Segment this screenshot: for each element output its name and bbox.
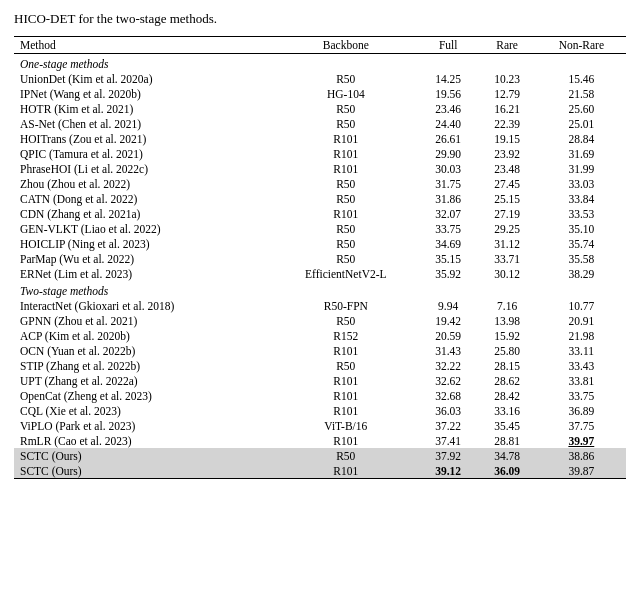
col-method: Method bbox=[14, 37, 273, 54]
cell-nonrare: 33.43 bbox=[537, 358, 626, 373]
cell-full: 37.22 bbox=[419, 418, 478, 433]
cell-backbone: R101 bbox=[273, 403, 419, 418]
cell-rare: 34.78 bbox=[478, 448, 537, 463]
cell-full: 26.61 bbox=[419, 131, 478, 146]
cell-nonrare: 31.99 bbox=[537, 161, 626, 176]
table-row: IPNet (Wang et al. 2020b)HG-10419.5612.7… bbox=[14, 86, 626, 101]
cell-rare: 36.09 bbox=[478, 463, 537, 479]
cell-backbone: R101 bbox=[273, 146, 419, 161]
cell-method: Zhou (Zhou et al. 2022) bbox=[14, 176, 273, 191]
table-row: SCTC (Ours)R5037.9234.7838.86 bbox=[14, 448, 626, 463]
cell-nonrare: 35.58 bbox=[537, 251, 626, 266]
cell-rare: 12.79 bbox=[478, 86, 537, 101]
cell-full: 36.03 bbox=[419, 403, 478, 418]
cell-method: AS-Net (Chen et al. 2021) bbox=[14, 116, 273, 131]
cell-backbone: R50 bbox=[273, 176, 419, 191]
section-label: Two-stage methods bbox=[14, 281, 626, 298]
table-row: SCTC (Ours)R10139.1236.0939.87 bbox=[14, 463, 626, 479]
cell-nonrare: 28.84 bbox=[537, 131, 626, 146]
cell-backbone: R152 bbox=[273, 328, 419, 343]
cell-backbone: R101 bbox=[273, 206, 419, 221]
table-row: OCN (Yuan et al. 2022b)R10131.4325.8033.… bbox=[14, 343, 626, 358]
cell-backbone: R50 bbox=[273, 448, 419, 463]
col-backbone: Backbone bbox=[273, 37, 419, 54]
cell-full: 31.43 bbox=[419, 343, 478, 358]
cell-method: SCTC (Ours) bbox=[14, 463, 273, 479]
table-row: CQL (Xie et al. 2023)R10136.0333.1636.89 bbox=[14, 403, 626, 418]
table-row: ViPLO (Park et al. 2023)ViT-B/1637.2235.… bbox=[14, 418, 626, 433]
table-row: ParMap (Wu et al. 2022)R5035.1533.7135.5… bbox=[14, 251, 626, 266]
cell-backbone: R50-FPN bbox=[273, 298, 419, 313]
cell-nonrare: 36.89 bbox=[537, 403, 626, 418]
cell-rare: 30.12 bbox=[478, 266, 537, 281]
cell-rare: 31.12 bbox=[478, 236, 537, 251]
cell-backbone: R50 bbox=[273, 358, 419, 373]
cell-full: 32.22 bbox=[419, 358, 478, 373]
section-label: One-stage methods bbox=[14, 54, 626, 72]
cell-method: HOTR (Kim et al. 2021) bbox=[14, 101, 273, 116]
cell-method: HOITrans (Zou et al. 2021) bbox=[14, 131, 273, 146]
table-row: GPNN (Zhou et al. 2021)R5019.4213.9820.9… bbox=[14, 313, 626, 328]
cell-method: IPNet (Wang et al. 2020b) bbox=[14, 86, 273, 101]
cell-rare: 28.81 bbox=[478, 433, 537, 448]
cell-backbone: R101 bbox=[273, 433, 419, 448]
cell-backbone: R101 bbox=[273, 161, 419, 176]
cell-method: OpenCat (Zheng et al. 2023) bbox=[14, 388, 273, 403]
cell-backbone: R50 bbox=[273, 116, 419, 131]
cell-method: UnionDet (Kim et al. 2020a) bbox=[14, 71, 273, 86]
cell-backbone: R101 bbox=[273, 463, 419, 479]
cell-backbone: R50 bbox=[273, 236, 419, 251]
cell-full: 32.07 bbox=[419, 206, 478, 221]
cell-backbone: R101 bbox=[273, 131, 419, 146]
cell-full: 14.25 bbox=[419, 71, 478, 86]
cell-nonrare: 37.75 bbox=[537, 418, 626, 433]
results-table: Method Backbone Full Rare Non-Rare One-s… bbox=[14, 36, 626, 479]
cell-nonrare: 33.11 bbox=[537, 343, 626, 358]
cell-full: 19.42 bbox=[419, 313, 478, 328]
cell-nonrare: 35.10 bbox=[537, 221, 626, 236]
cell-full: 9.94 bbox=[419, 298, 478, 313]
cell-nonrare: 21.58 bbox=[537, 86, 626, 101]
table-row: HOTR (Kim et al. 2021)R5023.4616.2125.60 bbox=[14, 101, 626, 116]
cell-rare: 15.92 bbox=[478, 328, 537, 343]
table-row: ACP (Kim et al. 2020b)R15220.5915.9221.9… bbox=[14, 328, 626, 343]
cell-method: STIP (Zhang et al. 2022b) bbox=[14, 358, 273, 373]
cell-nonrare: 33.53 bbox=[537, 206, 626, 221]
col-rare: Rare bbox=[478, 37, 537, 54]
cell-method: GPNN (Zhou et al. 2021) bbox=[14, 313, 273, 328]
cell-backbone: R50 bbox=[273, 191, 419, 206]
table-row: RmLR (Cao et al. 2023)R10137.4128.8139.9… bbox=[14, 433, 626, 448]
table-row: HOITrans (Zou et al. 2021)R10126.6119.15… bbox=[14, 131, 626, 146]
cell-nonrare: 31.69 bbox=[537, 146, 626, 161]
cell-rare: 7.16 bbox=[478, 298, 537, 313]
cell-full: 29.90 bbox=[419, 146, 478, 161]
table-row: UnionDet (Kim et al. 2020a)R5014.2510.23… bbox=[14, 71, 626, 86]
cell-method: GEN-VLKT (Liao et al. 2022) bbox=[14, 221, 273, 236]
cell-full: 23.46 bbox=[419, 101, 478, 116]
cell-full: 19.56 bbox=[419, 86, 478, 101]
table-row: GEN-VLKT (Liao et al. 2022)R5033.7529.25… bbox=[14, 221, 626, 236]
cell-nonrare: 39.97 bbox=[537, 433, 626, 448]
cell-rare: 25.15 bbox=[478, 191, 537, 206]
cell-full: 39.12 bbox=[419, 463, 478, 479]
table-row: CATN (Dong et al. 2022)R5031.8625.1533.8… bbox=[14, 191, 626, 206]
cell-full: 33.75 bbox=[419, 221, 478, 236]
cell-nonrare: 38.29 bbox=[537, 266, 626, 281]
cell-rare: 16.21 bbox=[478, 101, 537, 116]
cell-rare: 23.92 bbox=[478, 146, 537, 161]
cell-full: 37.41 bbox=[419, 433, 478, 448]
cell-backbone: R101 bbox=[273, 343, 419, 358]
cell-rare: 28.15 bbox=[478, 358, 537, 373]
cell-nonrare: 33.75 bbox=[537, 388, 626, 403]
cell-method: ERNet (Lim et al. 2023) bbox=[14, 266, 273, 281]
cell-nonrare: 25.01 bbox=[537, 116, 626, 131]
cell-rare: 19.15 bbox=[478, 131, 537, 146]
cell-full: 31.86 bbox=[419, 191, 478, 206]
cell-rare: 28.42 bbox=[478, 388, 537, 403]
cell-nonrare: 33.84 bbox=[537, 191, 626, 206]
cell-method: PhraseHOI (Li et al. 2022c) bbox=[14, 161, 273, 176]
cell-nonrare: 35.74 bbox=[537, 236, 626, 251]
cell-nonrare: 15.46 bbox=[537, 71, 626, 86]
cell-backbone: R101 bbox=[273, 388, 419, 403]
cell-rare: 33.16 bbox=[478, 403, 537, 418]
